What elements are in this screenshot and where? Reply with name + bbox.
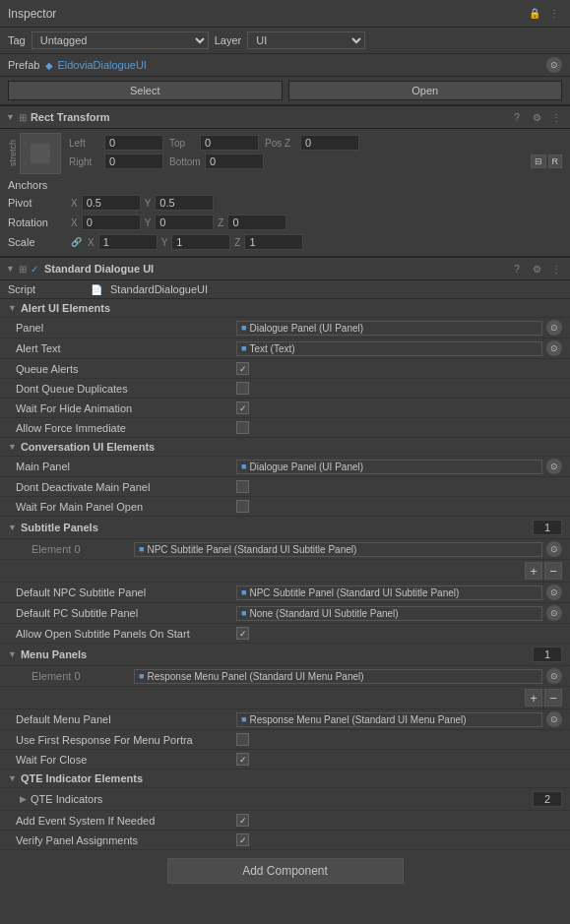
alert-text-ref[interactable]: ■ Text (Text) — [236, 341, 542, 356]
subtitle-element0-circle[interactable]: ⊙ — [546, 541, 562, 557]
pivot-label: Pivot — [8, 197, 67, 209]
standard-dialogue-title: Standard Dialogue UI — [44, 263, 154, 275]
tag-dropdown[interactable]: Untagged — [32, 31, 209, 49]
posz-input[interactable] — [300, 135, 359, 151]
wait-for-close-row: Wait For Close ✓ — [0, 750, 570, 770]
wait-main-panel-checkbox[interactable] — [236, 500, 249, 513]
dialogue-help-icon[interactable]: ? — [509, 261, 525, 277]
standard-dialogue-header: ▼ ⊞ ✓ Standard Dialogue UI ? ⚙ ⋮ — [0, 257, 570, 280]
dont-deactivate-checkbox[interactable] — [236, 480, 249, 493]
subtitle-arrow[interactable]: ▼ — [8, 523, 17, 532]
rot-z-input[interactable] — [227, 215, 286, 230]
default-pc-circle[interactable]: ⊙ — [546, 605, 562, 621]
rot-y-input[interactable] — [155, 215, 214, 230]
main-panel-circle-btn[interactable]: ⊙ — [546, 459, 562, 474]
dialogue-check-icon[interactable]: ✓ — [31, 264, 38, 275]
select-button[interactable]: Select — [8, 81, 283, 100]
alert-panel-circle-btn[interactable]: ⊙ — [546, 320, 562, 336]
rot-z-coord: Z — [218, 217, 223, 228]
rect-settings-icon[interactable]: ⚙ — [529, 109, 544, 125]
anchor-btn[interactable]: ⊟ — [531, 154, 546, 168]
prefab-label: Prefab — [8, 59, 39, 71]
tag-label: Tag — [8, 34, 26, 46]
pivot-y-input[interactable] — [155, 195, 214, 211]
verify-panel-row: Verify Panel Assignments ✓ — [0, 831, 570, 850]
menu-element0-icon: ■ — [139, 671, 144, 681]
menu-group-header: ▼ Menu Panels 1 — [0, 644, 570, 666]
wait-for-close-checkbox[interactable]: ✓ — [236, 753, 249, 766]
alert-text-row: Alert Text ■ Text (Text) ⊙ — [0, 339, 570, 359]
qte-arrow[interactable]: ▼ — [8, 773, 17, 783]
default-pc-ref[interactable]: ■ None (Standard UI Subtitle Panel) — [236, 606, 542, 621]
main-panel-ref-text: Dialogue Panel (UI Panel) — [249, 462, 363, 472]
default-menu-circle[interactable]: ⊙ — [546, 711, 562, 727]
dialogue-arrow[interactable]: ▼ — [6, 264, 15, 274]
rect-transform-arrow[interactable]: ▼ — [6, 112, 15, 122]
dialogue-grid-icon: ⊞ — [19, 264, 27, 275]
pivot-x-input[interactable] — [82, 195, 141, 211]
qte-indicators-arrow[interactable]: ▶ — [20, 794, 27, 804]
rect-help-icon[interactable]: ? — [509, 109, 525, 125]
alert-panel-label: Panel — [16, 322, 232, 334]
allow-force-checkbox[interactable] — [236, 421, 249, 434]
lock-icon[interactable]: 🔒 — [527, 6, 542, 22]
main-panel-ref-icon: ■ — [241, 462, 246, 471]
default-npc-label: Default NPC Subtitle Panel — [16, 586, 232, 598]
rect-more-icon[interactable]: ⋮ — [548, 109, 564, 125]
qte-title: QTE Indicator Elements — [21, 772, 143, 784]
default-npc-circle[interactable]: ⊙ — [546, 585, 562, 600]
conversation-arrow[interactable]: ▼ — [8, 442, 17, 452]
menu-element0-ref[interactable]: ■ Response Menu Panel (Standard UI Menu … — [134, 669, 542, 684]
menu-remove-btn[interactable]: − — [544, 689, 562, 707]
dont-queue-label: Dont Queue Duplicates — [16, 383, 232, 395]
subtitle-add-remove: + − — [0, 560, 570, 583]
queue-alerts-checkbox[interactable]: ✓ — [236, 362, 249, 375]
scale-x-input[interactable] — [98, 234, 158, 250]
verify-panel-checkbox[interactable]: ✓ — [236, 833, 249, 846]
menu-element0-row: Element 0 ■ Response Menu Panel (Standar… — [0, 666, 570, 687]
default-menu-ref[interactable]: ■ Response Menu Panel (Standard UI Menu … — [236, 712, 542, 727]
subtitle-remove-btn[interactable]: − — [544, 562, 562, 580]
alert-panel-ref[interactable]: ■ Dialogue Panel (UI Panel) — [236, 321, 542, 336]
main-panel-ref[interactable]: ■ Dialogue Panel (UI Panel) — [236, 460, 542, 474]
scale-y-coord: Y — [161, 237, 168, 248]
allow-open-subtitle-checkbox[interactable]: ✓ — [236, 627, 249, 640]
bottom-input[interactable] — [205, 154, 264, 169]
prefab-options-btn[interactable]: ⊙ — [546, 57, 562, 73]
default-npc-ref[interactable]: ■ NPC Subtitle Panel (Standard UI Subtit… — [236, 585, 542, 600]
add-event-system-checkbox[interactable]: ✓ — [236, 814, 249, 827]
script-label: Script — [8, 283, 87, 295]
menu-icon[interactable]: ⋮ — [546, 6, 562, 22]
use-first-response-checkbox[interactable] — [236, 733, 249, 746]
subtitle-element0-ref[interactable]: ■ NPC Subtitle Panel (Standard UI Subtit… — [134, 542, 542, 557]
alert-text-circle-btn[interactable]: ⊙ — [546, 340, 562, 356]
rect-transform-body: stretch Left Top Pos Z Right Bottom — [0, 129, 570, 257]
scale-z-input[interactable] — [244, 234, 303, 250]
dialogue-more-icon[interactable]: ⋮ — [548, 261, 564, 277]
subtitle-add-btn[interactable]: + — [525, 562, 542, 580]
bottom-label: Bottom — [169, 156, 199, 167]
layer-dropdown[interactable]: UI — [247, 31, 365, 49]
left-input[interactable] — [104, 135, 163, 151]
menu-element0-circle[interactable]: ⊙ — [546, 668, 562, 684]
menu-arrow[interactable]: ▼ — [8, 649, 17, 659]
subtitle-title: Subtitle Panels — [21, 522, 98, 533]
wait-hide-checkbox[interactable]: ✓ — [236, 401, 249, 414]
anchors-label: Anchors — [8, 179, 67, 191]
default-npc-row: Default NPC Subtitle Panel ■ NPC Subtitl… — [0, 583, 570, 603]
alert-arrow[interactable]: ▼ — [8, 303, 17, 313]
dialogue-settings-icon[interactable]: ⚙ — [529, 261, 544, 277]
scale-y-input[interactable] — [171, 234, 230, 250]
scale-label: Scale — [8, 236, 67, 248]
rot-x-input[interactable] — [82, 215, 141, 230]
right-input[interactable] — [104, 154, 163, 169]
dont-queue-checkbox[interactable] — [236, 382, 249, 395]
top-input[interactable] — [200, 135, 259, 151]
subtitle-element0-text: NPC Subtitle Panel (Standard UI Subtitle… — [147, 544, 356, 555]
prefab-name: EldoviaDialogueUI — [57, 59, 546, 71]
subtitle-element0-row: Element 0 ■ NPC Subtitle Panel (Standard… — [0, 539, 570, 560]
open-button[interactable]: Open — [288, 81, 563, 100]
add-component-button[interactable]: Add Component — [167, 858, 404, 884]
pivot-btn[interactable]: R — [548, 154, 563, 168]
menu-add-btn[interactable]: + — [525, 689, 542, 707]
